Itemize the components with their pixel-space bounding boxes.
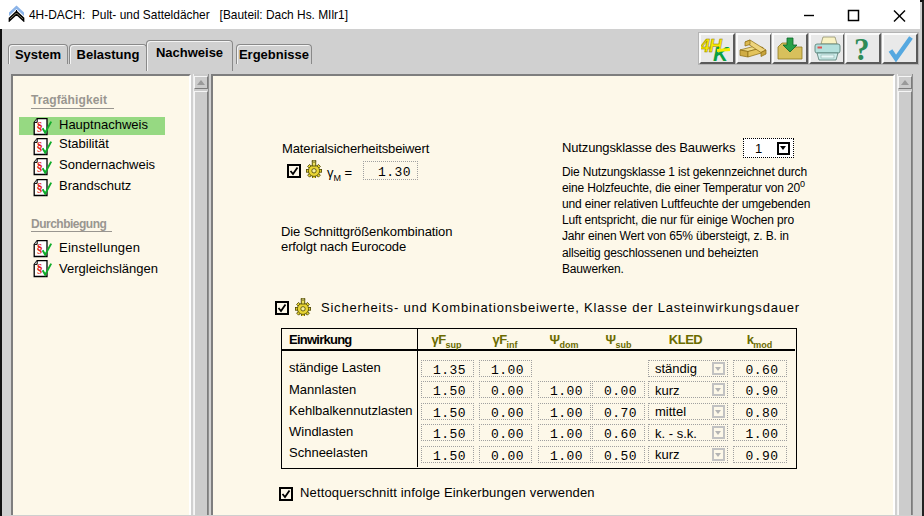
svg-text:§: §: [37, 262, 43, 276]
svg-text:§: §: [37, 120, 43, 134]
svg-text:§: §: [37, 160, 43, 174]
svg-text:§: §: [37, 242, 43, 256]
svg-text:?: ?: [854, 35, 870, 62]
svg-text:K: K: [713, 42, 730, 62]
svg-text:§: §: [37, 182, 43, 196]
svg-text:§: §: [37, 140, 43, 154]
